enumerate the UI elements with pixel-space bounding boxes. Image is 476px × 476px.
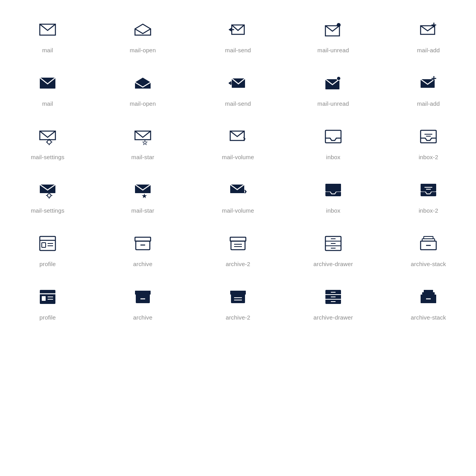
- archive-2-outline-icon: [228, 233, 248, 254]
- mail-star-filled-label: mail-star: [131, 207, 155, 214]
- mail-label-1: mail: [42, 47, 53, 53]
- mail-unread-label-1: mail-unread: [318, 47, 349, 53]
- archive-outline-icon: [133, 233, 153, 254]
- svg-rect-44: [135, 237, 151, 241]
- inbox-filled-label: inbox: [326, 207, 341, 214]
- svg-point-12: [47, 140, 51, 144]
- archive-stack-outline-icon: [418, 233, 439, 254]
- svg-rect-46: [230, 237, 246, 241]
- mail-volume-outline-icon: [228, 126, 248, 147]
- mail-add-filled-label-1: mail-add: [417, 100, 440, 107]
- profile-filled-label: profile: [39, 314, 56, 321]
- mail-unread-filled-label-1: mail-unread: [318, 100, 349, 107]
- archive-stack-label-1: archive-stack: [411, 261, 446, 267]
- icon-cell-mail-settings-outline: mail-settings: [0, 115, 95, 168]
- profile-filled-icon: [37, 287, 58, 307]
- svg-point-18: [244, 138, 245, 140]
- archive-2-label-1: archive-2: [226, 261, 250, 267]
- mail-add-filled-icon: [418, 73, 439, 93]
- mail-volume-label-1: mail-volume: [222, 154, 254, 160]
- icon-cell-mail-unread-filled-1: mail-unread: [286, 61, 381, 115]
- svg-rect-61: [42, 296, 46, 301]
- mail-open-label-1: mail-open: [130, 47, 156, 53]
- icon-cell-mail-send-outline-1: mail-send: [190, 8, 286, 61]
- icon-cell-inbox-2-outline: inbox-2: [381, 115, 476, 168]
- mail-unread-outline-icon: [323, 20, 343, 40]
- mail-add-outline-icon: [418, 20, 439, 40]
- archive-drawer-label-1: archive-drawer: [313, 261, 353, 267]
- mail-settings-filled-icon: [37, 180, 58, 200]
- icon-cell-mail-open-outline-1: mail-open: [95, 8, 190, 61]
- icon-cell-inbox-filled: inbox: [286, 168, 381, 222]
- icon-cell-inbox-outline: inbox: [286, 115, 381, 168]
- icon-cell-mail-unread-outline-1: mail-unread: [286, 8, 381, 61]
- mail-open-filled-icon: [133, 73, 153, 93]
- svg-rect-77: [424, 290, 433, 292]
- icon-cell-mail-star-filled: mail-star: [95, 168, 190, 222]
- icon-cell-mail-outline-1: mail: [0, 8, 95, 61]
- profile-label-1: profile: [39, 261, 56, 267]
- inbox-2-outline-icon: [418, 126, 439, 147]
- inbox-label-1: inbox: [326, 154, 341, 160]
- icon-cell-archive-2-filled: archive-2: [190, 275, 286, 329]
- inbox-2-filled-icon: [418, 180, 439, 200]
- svg-marker-17: [143, 140, 147, 145]
- archive-2-filled-icon: [228, 287, 248, 307]
- svg-point-32: [245, 191, 247, 192]
- icon-cell-mail-settings-filled: mail-settings: [0, 168, 95, 222]
- mail-send-filled-label-1: mail-send: [225, 100, 251, 107]
- archive-drawer-filled-label: archive-drawer: [313, 314, 353, 321]
- archive-stack-filled-icon: [418, 287, 439, 307]
- icon-cell-archive-stack-filled: archive-stack: [381, 275, 476, 329]
- mail-open-filled-label-1: mail-open: [130, 100, 156, 107]
- icon-cell-inbox-2-filled: inbox-2: [381, 168, 476, 222]
- archive-2-filled-label: archive-2: [226, 314, 250, 321]
- mail-send-label-1: mail-send: [225, 47, 251, 53]
- inbox-outline-icon: [323, 126, 343, 147]
- icon-cell-mail-volume-outline: mail-volume: [190, 115, 286, 168]
- archive-label-1: archive: [133, 261, 152, 267]
- mail-settings-outline-icon: [37, 126, 58, 147]
- icon-cell-archive-drawer-filled: archive-drawer: [286, 275, 381, 329]
- icon-cell-archive-2-outline: archive-2: [190, 222, 286, 275]
- icon-cell-mail-send-filled-1: mail-send: [190, 61, 286, 115]
- svg-rect-66: [230, 291, 246, 295]
- mail-settings-filled-label: mail-settings: [31, 207, 64, 214]
- svg-rect-57: [424, 236, 433, 239]
- mail-volume-filled-label: mail-volume: [222, 207, 254, 214]
- mail-star-outline-icon: [133, 126, 153, 147]
- svg-point-1: [337, 23, 341, 27]
- mail-add-label-1: mail-add: [417, 47, 440, 53]
- icon-cell-mail-star-outline: mail-star: [95, 115, 190, 168]
- mail-unread-filled-icon: [323, 73, 343, 93]
- archive-filled-icon: [133, 287, 153, 307]
- mail-filled-label-1: mail: [42, 100, 53, 107]
- svg-rect-76: [422, 292, 435, 295]
- mail-send-outline-icon: [228, 20, 248, 40]
- profile-outline-icon: [37, 233, 58, 254]
- svg-marker-30: [142, 194, 147, 198]
- archive-stack-filled-label: archive-stack: [411, 314, 446, 321]
- archive-drawer-outline-icon: [323, 233, 343, 254]
- icon-cell-archive-outline: archive: [95, 222, 190, 275]
- icon-grid: mail mail-open mail-send: [0, 0, 476, 336]
- mail-outline-icon: [37, 20, 58, 40]
- inbox-2-label-1: inbox-2: [419, 154, 438, 160]
- archive-filled-label: archive: [133, 314, 152, 321]
- icon-cell-mail-filled-1: mail: [0, 61, 95, 115]
- icon-cell-profile-filled: profile: [0, 275, 95, 329]
- icon-cell-mail-add-outline-1: mail-add: [381, 8, 476, 61]
- inbox-filled-icon: [323, 180, 343, 200]
- icon-cell-archive-filled: archive: [95, 275, 190, 329]
- icon-cell-archive-stack-outline: archive-stack: [381, 222, 476, 275]
- svg-point-8: [337, 76, 341, 80]
- svg-point-24: [48, 194, 51, 197]
- svg-rect-34: [325, 184, 341, 192]
- icon-cell-mail-open-filled-1: mail-open: [95, 61, 190, 115]
- icon-cell-mail-volume-filled: mail-volume: [190, 168, 286, 222]
- icon-cell-archive-drawer-outline: archive-drawer: [286, 222, 381, 275]
- mail-filled-icon: [37, 73, 58, 93]
- mail-star-label-1: mail-star: [131, 154, 155, 160]
- svg-rect-41: [42, 243, 46, 247]
- mail-settings-label-1: mail-settings: [31, 154, 64, 160]
